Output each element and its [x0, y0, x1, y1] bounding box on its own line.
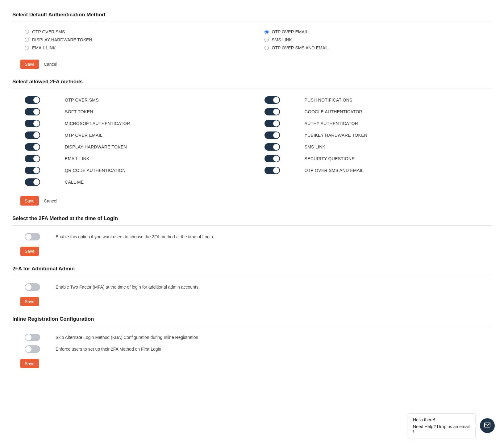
- toggle-row: PUSH NOTIFICATIONS: [264, 96, 492, 104]
- toggle-row: OTP OVER SMS: [25, 96, 252, 104]
- radio-input[interactable]: [25, 38, 29, 42]
- section-divider: [12, 326, 492, 326]
- toggle-label: MICROSOFT AUTHENTICATOR: [65, 121, 130, 126]
- toggle-description: Enforce users to set up their 2FA Method…: [56, 347, 161, 352]
- radio-option-otp-sms[interactable]: OTP OVER SMS: [25, 29, 252, 34]
- toggle-additional-admin-2fa[interactable]: [25, 283, 40, 291]
- toggle-row: SMS LINK: [264, 143, 492, 151]
- section-divider: [12, 22, 492, 22]
- toggle-label: CALL ME: [65, 180, 84, 185]
- section-inline-registration: Inline Registration Configuration Skip A…: [12, 316, 492, 376]
- toggle-row: SOFT TOKEN: [25, 108, 252, 115]
- toggle-display-hw-token[interactable]: [25, 143, 40, 151]
- toggle-description: Enable Two Factor (MFA) at the time of l…: [56, 285, 200, 290]
- radio-input[interactable]: [264, 30, 269, 34]
- toggle-label: EMAIL LINK: [65, 156, 90, 161]
- toggle-description: Skip Alternate Login Method (KBA) Config…: [56, 335, 198, 340]
- section-additional-admin-2fa: 2FA for Additional Admin Enable Two Fact…: [12, 266, 492, 314]
- radio-input[interactable]: [264, 46, 269, 50]
- toggle-login-time-2fa[interactable]: [25, 233, 40, 240]
- toggle-skip-kba[interactable]: [25, 334, 40, 341]
- cancel-button[interactable]: Cancel: [44, 62, 57, 67]
- toggle-label: SOFT TOKEN: [65, 109, 93, 114]
- toggle-label: DISPLAY HARDWARE TOKEN: [65, 144, 127, 149]
- radio-option-otp-email[interactable]: OTP OVER EMAIL: [264, 29, 492, 34]
- toggle-ms-auth[interactable]: [25, 120, 40, 127]
- toggle-push-notif[interactable]: [264, 96, 280, 104]
- toggle-label: GOOGLE AUTHENTICATOR: [305, 109, 363, 114]
- toggle-label: YUBIKEY HARDWARE TOKEN: [305, 133, 368, 138]
- radio-label: OTP OVER SMS AND EMAIL: [272, 45, 329, 50]
- save-button[interactable]: Save: [20, 196, 39, 206]
- toggle-email-link[interactable]: [25, 155, 40, 162]
- toggle-row: QR CODE AUTHENTICATION: [25, 167, 252, 174]
- toggle-label: SECURITY QUESTIONS: [305, 156, 355, 161]
- toggle-sms-link[interactable]: [264, 143, 280, 151]
- toggle-row: OTP OVER EMAIL: [25, 131, 252, 139]
- toggle-label: PUSH NOTIFICATIONS: [305, 98, 352, 102]
- section-divider: [12, 276, 492, 276]
- radio-option-otp-sms-email[interactable]: OTP OVER SMS AND EMAIL: [264, 45, 492, 50]
- toggle-yubikey[interactable]: [264, 131, 280, 139]
- toggle-authy[interactable]: [264, 120, 280, 127]
- save-button[interactable]: Save: [20, 60, 39, 69]
- toggle-call-me[interactable]: [25, 178, 40, 186]
- section-divider: [12, 225, 492, 226]
- section-title: Inline Registration Configuration: [12, 316, 492, 322]
- save-button[interactable]: Save: [20, 247, 39, 256]
- toggle-google-auth[interactable]: [264, 108, 280, 115]
- section-title: Select Default Authentication Method: [12, 12, 492, 18]
- radio-col-left: OTP OVER SMS DISPLAY HARDWARE TOKEN EMAI…: [25, 29, 252, 53]
- section-allowed-2fa: Select allowed 2FA methods OTP OVER SMS …: [12, 79, 492, 213]
- section-login-time-2fa: Select the 2FA Method at the time of Log…: [12, 215, 492, 263]
- toggle-otp-email[interactable]: [25, 131, 40, 139]
- toggle-otp-sms-email[interactable]: [264, 167, 280, 174]
- section-default-auth: Select Default Authentication Method OTP…: [12, 12, 492, 76]
- toggle-row: OTP OVER SMS AND EMAIL: [264, 167, 492, 174]
- toggle-soft-token[interactable]: [25, 108, 40, 115]
- toggle-row: AUTHY AUTHENTICATOR: [264, 120, 492, 127]
- toggle-label: QR CODE AUTHENTICATION: [65, 168, 126, 173]
- radio-option-sms-link[interactable]: SMS LINK: [264, 37, 492, 42]
- radio-option-email-link[interactable]: EMAIL LINK: [25, 45, 252, 50]
- toggle-label: AUTHY AUTHENTICATOR: [305, 121, 358, 126]
- toggle-enforce-first-login[interactable]: [25, 345, 40, 353]
- cancel-button[interactable]: Cancel: [44, 198, 57, 203]
- radio-label: DISPLAY HARDWARE TOKEN: [32, 37, 92, 42]
- toggle-security-questions[interactable]: [264, 155, 280, 162]
- toggle-row: EMAIL LINK: [25, 155, 252, 162]
- toggle-label: SMS LINK: [305, 144, 326, 149]
- toggle-col-right: PUSH NOTIFICATIONS GOOGLE AUTHENTICATOR …: [264, 96, 492, 190]
- section-title: 2FA for Additional Admin: [12, 266, 492, 272]
- radio-label: OTP OVER SMS: [32, 29, 65, 34]
- save-button[interactable]: Save: [20, 297, 39, 306]
- toggle-otp-sms[interactable]: [25, 96, 40, 104]
- radio-col-right: OTP OVER EMAIL SMS LINK OTP OVER SMS AND…: [264, 29, 492, 53]
- radio-label: EMAIL LINK: [32, 45, 56, 50]
- section-title: Select the 2FA Method at the time of Log…: [12, 215, 492, 222]
- save-button[interactable]: Save: [20, 359, 39, 368]
- toggle-description: Enable this option if you want users to …: [56, 234, 214, 239]
- toggle-row: GOOGLE AUTHENTICATOR: [264, 108, 492, 115]
- toggle-col-left: OTP OVER SMS SOFT TOKEN MICROSOFT AUTHEN…: [25, 96, 252, 190]
- radio-input[interactable]: [264, 38, 269, 42]
- toggle-label: OTP OVER SMS AND EMAIL: [305, 168, 364, 173]
- section-title: Select allowed 2FA methods: [12, 79, 492, 85]
- toggle-row: YUBIKEY HARDWARE TOKEN: [264, 131, 492, 139]
- toggle-row: CALL ME: [25, 178, 252, 186]
- toggle-label: OTP OVER SMS: [65, 98, 99, 102]
- radio-label: SMS LINK: [272, 37, 292, 42]
- radio-input[interactable]: [25, 46, 29, 50]
- radio-input[interactable]: [25, 30, 29, 34]
- radio-option-display-hw-token[interactable]: DISPLAY HARDWARE TOKEN: [25, 37, 252, 42]
- toggle-row: MICROSOFT AUTHENTICATOR: [25, 120, 252, 127]
- toggle-row: SECURITY QUESTIONS: [264, 155, 492, 162]
- toggle-row: DISPLAY HARDWARE TOKEN: [25, 143, 252, 151]
- radio-label: OTP OVER EMAIL: [272, 29, 308, 34]
- toggle-qr-code[interactable]: [25, 167, 40, 174]
- toggle-label: OTP OVER EMAIL: [65, 133, 102, 138]
- section-divider: [12, 89, 492, 89]
